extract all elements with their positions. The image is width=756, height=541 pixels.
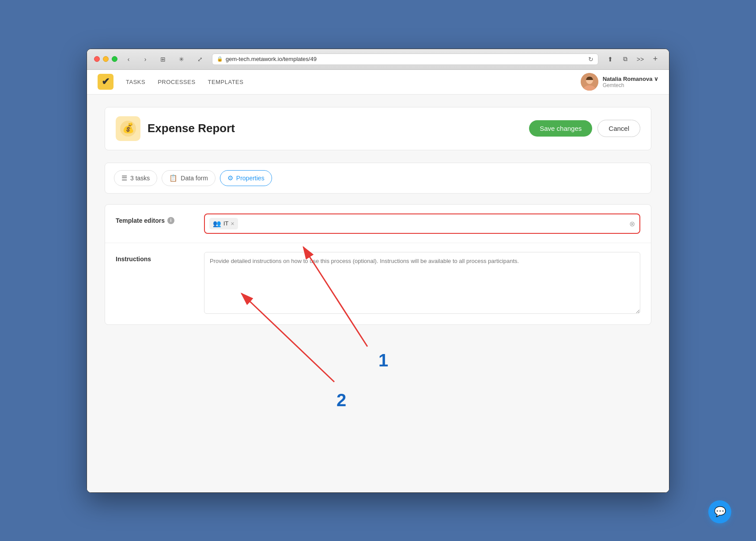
navbar-right: Natalia Romanova ∨ Gemtech: [581, 73, 658, 91]
it-tag-remove-button[interactable]: ×: [231, 221, 234, 227]
tab-tasks-label: 3 tasks: [130, 175, 150, 182]
tasks-icon: ☰: [121, 174, 127, 182]
template-editors-label: Template editors i: [116, 213, 204, 224]
avatar: [581, 73, 598, 91]
instructions-row: Instructions: [105, 243, 651, 324]
address-bar-container: 🔒 ↻: [212, 53, 598, 65]
instructions-control: [204, 252, 640, 316]
tabs-container: ☰ 3 tasks 📋 Data form ⚙ Properties: [105, 163, 651, 194]
new-tab-button[interactable]: +: [649, 54, 662, 65]
forward-button[interactable]: ›: [140, 55, 151, 64]
share-button[interactable]: ⬆: [604, 54, 617, 65]
nav-links: TASKS PROCESSES TEMPLATES: [126, 79, 243, 85]
chat-button[interactable]: 💬: [708, 500, 731, 523]
app-navbar: ✔ TASKS PROCESSES TEMPLATES: [87, 70, 669, 95]
template-editors-label-text: Template editors: [116, 217, 165, 224]
properties-panel: Template editors i 👥 IT × ⊗: [105, 204, 651, 325]
instructions-textarea[interactable]: [204, 252, 640, 314]
data-form-icon: 📋: [169, 174, 178, 182]
user-org: Gemtech: [603, 82, 658, 88]
fullscreen-button[interactable]: ⤢: [193, 54, 207, 65]
tab-properties[interactable]: ⚙ Properties: [220, 170, 272, 186]
svg-text:2: 2: [336, 390, 346, 410]
minimize-window-button[interactable]: [103, 56, 109, 62]
svg-text:1: 1: [378, 351, 388, 370]
browser-content: ✔ TASKS PROCESSES TEMPLATES: [87, 70, 669, 492]
address-bar[interactable]: [226, 56, 586, 62]
app-logo: ✔: [98, 74, 113, 90]
template-editors-control: 👥 IT × ⊗: [204, 213, 640, 234]
chat-icon: 💬: [714, 506, 726, 518]
header-actions: Save changes Cancel: [529, 120, 640, 137]
tab-properties-label: Properties: [236, 175, 265, 182]
maximize-window-button[interactable]: [112, 56, 117, 62]
page-title: Expense Report: [147, 122, 235, 135]
page-content: 💰 Expense Report Save changes Cancel ☰ 3…: [87, 95, 669, 492]
instructions-label-text: Instructions: [116, 255, 151, 263]
it-tag-text: IT: [223, 220, 229, 227]
lock-icon: 🔒: [217, 56, 223, 62]
traffic-lights: [94, 56, 117, 62]
page-header: 💰 Expense Report Save changes Cancel: [105, 107, 651, 150]
browser-titlebar: ‹ › ⊞ ✳ ⤢ 🔒 ↻ ⬆ ⧉ >> +: [87, 49, 669, 70]
team-icon: 👥: [213, 220, 221, 228]
close-window-button[interactable]: [94, 56, 100, 62]
nav-processes[interactable]: PROCESSES: [158, 79, 195, 85]
browser-toolbar-right: ⬆ ⧉ >> +: [604, 54, 662, 65]
browser-window: ‹ › ⊞ ✳ ⤢ 🔒 ↻ ⬆ ⧉ >> + ✔ TASKS PROCESSES…: [87, 49, 669, 493]
more-button[interactable]: >>: [634, 54, 647, 65]
add-tab-button[interactable]: ⧉: [619, 54, 632, 65]
logo-checkmark-icon: ✔: [102, 76, 110, 88]
instructions-label: Instructions: [116, 252, 204, 263]
save-changes-button[interactable]: Save changes: [529, 120, 592, 137]
user-avatar-image: [581, 73, 598, 91]
nav-templates[interactable]: TEMPLATES: [208, 79, 244, 85]
it-tag: 👥 IT ×: [209, 218, 238, 229]
cancel-button[interactable]: Cancel: [597, 120, 640, 137]
template-editors-info-icon[interactable]: i: [167, 217, 174, 224]
svg-text:💰: 💰: [122, 122, 135, 134]
page-icon: 💰: [116, 116, 140, 141]
tab-data-form[interactable]: 📋 Data form: [162, 170, 215, 186]
editors-field[interactable]: 👥 IT × ⊗: [204, 213, 640, 234]
template-editors-row: Template editors i 👥 IT × ⊗: [105, 205, 651, 243]
sidebar-toggle-button[interactable]: ⊞: [156, 54, 170, 65]
tab-tasks[interactable]: ☰ 3 tasks: [114, 170, 157, 186]
extensions-button[interactable]: ✳: [175, 54, 188, 65]
properties-icon: ⚙: [227, 174, 233, 182]
back-button[interactable]: ‹: [123, 55, 134, 64]
reload-button[interactable]: ↻: [588, 56, 593, 63]
nav-tasks[interactable]: TASKS: [126, 79, 145, 85]
user-info[interactable]: Natalia Romanova ∨ Gemtech: [603, 76, 658, 88]
tab-data-form-label: Data form: [181, 175, 208, 182]
user-name: Natalia Romanova ∨: [603, 76, 658, 82]
clear-editors-button[interactable]: ⊗: [629, 219, 635, 228]
